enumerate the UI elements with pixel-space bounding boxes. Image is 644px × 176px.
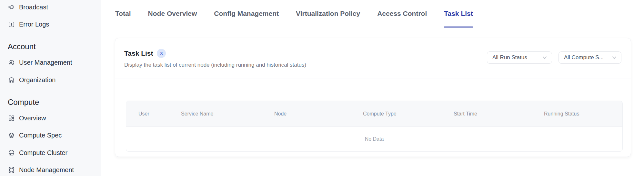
sidebar-item-label: Broadcast bbox=[19, 4, 48, 11]
tab-config-management[interactable]: Config Management bbox=[214, 0, 279, 27]
tab-bar: Total Node Overview Config Management Vi… bbox=[115, 0, 644, 27]
sidebar-item-label: Error Logs bbox=[19, 21, 49, 28]
sidebar-item-user-management[interactable]: User Management bbox=[8, 58, 98, 67]
sidebar-item-compute-cluster[interactable]: Compute Cluster bbox=[8, 148, 98, 158]
sidebar-item-label: Compute Cluster bbox=[19, 149, 67, 157]
layers-icon bbox=[8, 132, 15, 139]
sidebar: Broadcast Error Logs Account User Manage… bbox=[0, 0, 101, 176]
panel-title: Task List bbox=[124, 50, 153, 57]
organization-arch-icon bbox=[8, 76, 15, 83]
sidebar-item-label: User Management bbox=[19, 59, 72, 66]
sidebar-item-label: Node Management bbox=[19, 166, 74, 174]
column-header-start-time: Start Time bbox=[441, 111, 532, 117]
sidebar-section-account: Account bbox=[8, 42, 98, 51]
task-list-panel: Task List 3 Display the task list of cur… bbox=[115, 38, 631, 157]
megaphone-icon bbox=[8, 4, 15, 11]
tab-virtualization-policy[interactable]: Virtualization Policy bbox=[296, 0, 360, 27]
sidebar-item-label: Organization bbox=[19, 76, 55, 84]
tab-node-overview[interactable]: Node Overview bbox=[148, 0, 197, 27]
empty-state: No Data bbox=[365, 136, 384, 142]
app-root: Broadcast Error Logs Account User Manage… bbox=[0, 0, 644, 176]
column-header-user: User bbox=[126, 111, 169, 117]
sidebar-item-label: Overview bbox=[19, 115, 46, 122]
main-content: Total Node Overview Config Management Vi… bbox=[101, 0, 644, 176]
sidebar-section-compute: Compute bbox=[8, 97, 98, 107]
sidebar-item-label: Compute Spec bbox=[19, 132, 62, 139]
sidebar-item-node-management[interactable]: Node Management bbox=[8, 165, 98, 175]
filter-group: All Run Status All Compute S... bbox=[487, 51, 621, 64]
sidebar-item-error-logs[interactable]: Error Logs bbox=[8, 19, 98, 29]
column-header-compute-type: Compute Type bbox=[351, 111, 441, 117]
table-header-row: User Service Name Node Compute Type Star… bbox=[126, 101, 622, 127]
users-icon bbox=[8, 59, 15, 66]
chevron-down-icon bbox=[543, 56, 547, 59]
task-table: User Service Name Node Compute Type Star… bbox=[126, 101, 623, 152]
sidebar-item-broadcast[interactable]: Broadcast bbox=[8, 2, 98, 12]
server-drive-icon bbox=[8, 149, 15, 156]
topology-icon bbox=[8, 166, 15, 173]
header-divider bbox=[115, 79, 631, 79]
panel-header: Task List 3 Display the task list of cur… bbox=[115, 38, 631, 69]
sidebar-item-compute-spec[interactable]: Compute Spec bbox=[8, 130, 98, 140]
tab-task-list[interactable]: Task List bbox=[444, 0, 473, 27]
alert-square-icon bbox=[8, 21, 15, 28]
tab-total[interactable]: Total bbox=[115, 0, 131, 27]
chevron-down-icon bbox=[612, 56, 616, 59]
column-header-service-name: Service Name bbox=[169, 111, 262, 117]
count-badge: 3 bbox=[157, 49, 166, 58]
column-header-node: Node bbox=[262, 111, 351, 117]
compute-type-value: All Compute S... bbox=[564, 54, 604, 61]
dashboard-grid-icon bbox=[8, 115, 15, 122]
table-body: No Data bbox=[126, 127, 622, 151]
column-header-running-status: Running Status bbox=[532, 111, 622, 117]
sidebar-item-overview[interactable]: Overview bbox=[8, 113, 98, 123]
tab-access-control[interactable]: Access Control bbox=[377, 0, 427, 27]
compute-type-select[interactable]: All Compute S... bbox=[558, 51, 621, 64]
sidebar-item-organization[interactable]: Organization bbox=[8, 75, 98, 85]
run-status-select[interactable]: All Run Status bbox=[487, 51, 552, 64]
run-status-value: All Run Status bbox=[492, 54, 527, 61]
